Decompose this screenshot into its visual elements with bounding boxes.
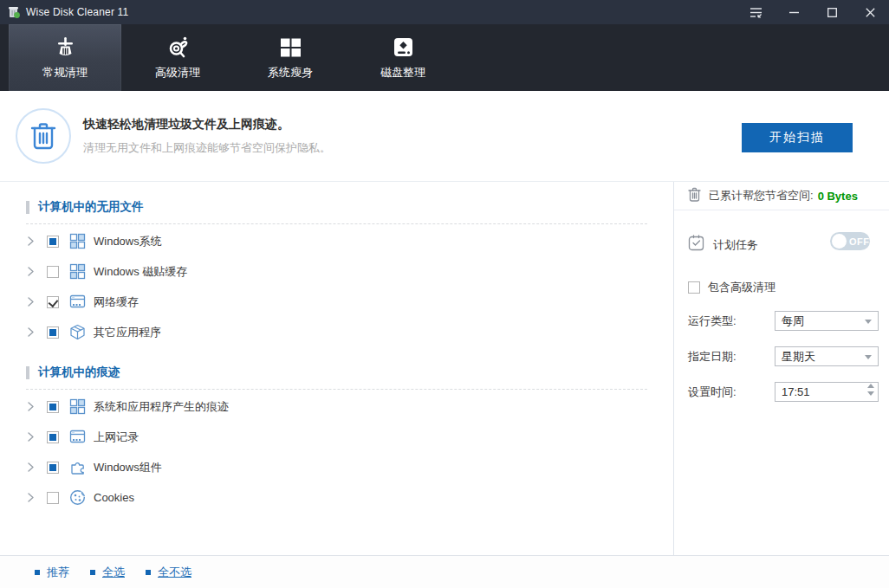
item-checkbox[interactable] [47,236,59,248]
tab-label: 磁盘整理 [380,65,425,81]
tree-item[interactable]: Windows组件 [0,452,673,482]
section-header: 计算机中的无用文件 [26,197,673,216]
close-icon[interactable] [851,0,889,24]
item-label: Windows系统 [94,234,162,249]
field-value: 每周 [782,313,804,329]
footer-bar: 推荐全选全不选 [0,555,889,588]
chevron-right-icon[interactable] [28,297,40,307]
toggle-state-label: OFF [849,236,870,247]
dropdown-arrow-icon[interactable] [865,320,872,324]
spinner-buttons [867,384,874,396]
saved-space-row: 已累计帮您节省空间: 0 Bytes [674,182,889,210]
time-spinner-row: 设置时间:17:51 [688,382,889,402]
chevron-right-icon[interactable] [28,493,40,502]
item-label: Cookies [94,491,134,504]
header-title: 快速轻松地清理垃圾文件及上网痕迹。 [83,117,331,132]
schedule-row: 计划任务 OFF [688,235,889,255]
chevron-right-icon[interactable] [28,432,40,442]
page-header: 快速轻松地清理垃圾文件及上网痕迹。 清理无用文件和上网痕迹能够节省空间保护隐私。… [0,91,889,182]
item-label: 其它应用程序 [94,325,161,340]
tab-disk-defrag[interactable]: 磁盘整理 [347,24,459,91]
tiles-icon [68,398,86,416]
schedule-toggle[interactable]: OFF [830,232,870,250]
maximize-icon[interactable] [813,0,851,24]
tab-label: 常规清理 [42,65,88,81]
day-select[interactable]: 星期天 [775,346,879,366]
disk-icon [392,35,415,59]
broom-icon [54,35,77,59]
day-select-row: 指定日期:星期天 [688,346,889,366]
recommend-link[interactable]: 推荐 [35,565,69,580]
chevron-right-icon[interactable] [28,462,40,472]
tab-common-clean[interactable]: 常规清理 [9,24,121,91]
link-label: 全选 [102,565,125,580]
item-checkbox[interactable] [47,326,59,339]
item-label: Windows组件 [94,460,162,475]
tab-system-slim[interactable]: 系统瘦身 [234,24,347,91]
item-checkbox[interactable] [47,266,59,278]
section-bar [26,201,29,214]
menu-icon[interactable] [737,0,775,24]
spin-down-icon[interactable] [867,391,874,396]
chevron-right-icon[interactable] [28,327,40,337]
trash-circle-icon [16,108,71,164]
deselect-all-link[interactable]: 全不选 [146,565,191,580]
section-title: 计算机中的痕迹 [38,365,120,380]
link-bullet [90,570,95,575]
advanced-clean-checkbox[interactable] [688,281,700,294]
run-type-select-row: 运行类型:每周 [688,311,889,331]
tree-item[interactable]: Windows系统 [0,226,673,256]
time-spinner[interactable]: 17:51 [775,382,879,402]
tab-advanced-clean[interactable]: 高级清理 [121,24,234,91]
item-checkbox[interactable] [47,296,59,308]
item-label: 上网记录 [94,430,139,445]
advanced-clean-row[interactable]: 包含高级清理 [688,280,889,295]
select-all-link[interactable]: 全选 [90,565,125,580]
cleanup-tree: 计算机中的无用文件Windows系统Windows 磁贴缓存网络缓存其它应用程序… [0,182,673,555]
tree-item[interactable]: Windows 磁贴缓存 [0,256,673,287]
schedule-check-icon [688,235,704,255]
tree-item[interactable]: 上网记录 [0,422,673,452]
dashed-divider [26,389,647,390]
chevron-right-icon[interactable] [28,267,40,276]
spin-up-icon[interactable] [867,384,874,388]
tree-item[interactable]: 其它应用程序 [0,317,673,347]
windows-icon [279,35,302,59]
browser-icon [68,294,86,311]
start-scan-button[interactable]: 开始扫描 [742,123,853,152]
saved-space-value: 0 Bytes [818,190,858,203]
settings-panel: 已累计帮您节省空间: 0 Bytes 计划任务 OFF 包含高级清理 运行类型:… [673,182,889,555]
puzzle-icon [68,459,86,476]
saved-space-label: 已累计帮您节省空间: [709,188,814,204]
trash-small-icon [688,187,701,205]
item-checkbox[interactable] [47,492,59,504]
item-checkbox[interactable] [47,462,59,474]
field-value: 17:51 [782,385,810,398]
magnifier-icon [166,35,190,59]
tree-item[interactable]: 网络缓存 [0,287,673,317]
chevron-right-icon[interactable] [28,402,40,411]
field-label: 运行类型: [688,313,775,329]
item-checkbox[interactable] [47,431,59,443]
minimize-icon[interactable] [775,0,813,24]
item-label: 系统和应用程序产生的痕迹 [94,399,229,415]
tab-label: 高级清理 [155,65,200,81]
run-type-select[interactable]: 每周 [775,311,879,331]
cube-icon [68,324,86,341]
chevron-right-icon[interactable] [28,236,40,246]
link-label: 全不选 [158,565,191,580]
content: 计算机中的无用文件Windows系统Windows 磁贴缓存网络缓存其它应用程序… [0,182,889,555]
schedule-label: 计划任务 [713,237,758,253]
link-bullet [146,570,151,575]
tree-item[interactable]: Cookies [0,482,673,513]
dropdown-arrow-icon[interactable] [865,355,872,359]
link-label: 推荐 [47,565,69,580]
main-nav: 常规清理高级清理系统瘦身磁盘整理 [0,24,889,91]
schedule-fields: 运行类型:每周指定日期:星期天设置时间:17:51 [674,311,889,402]
advanced-clean-label: 包含高级清理 [708,280,775,295]
tree-item[interactable]: 系统和应用程序产生的痕迹 [0,391,673,422]
item-checkbox[interactable] [47,401,59,413]
header-subtitle: 清理无用文件和上网痕迹能够节省空间保护隐私。 [83,140,331,156]
dashed-divider [26,223,647,224]
browser-icon [68,429,86,446]
